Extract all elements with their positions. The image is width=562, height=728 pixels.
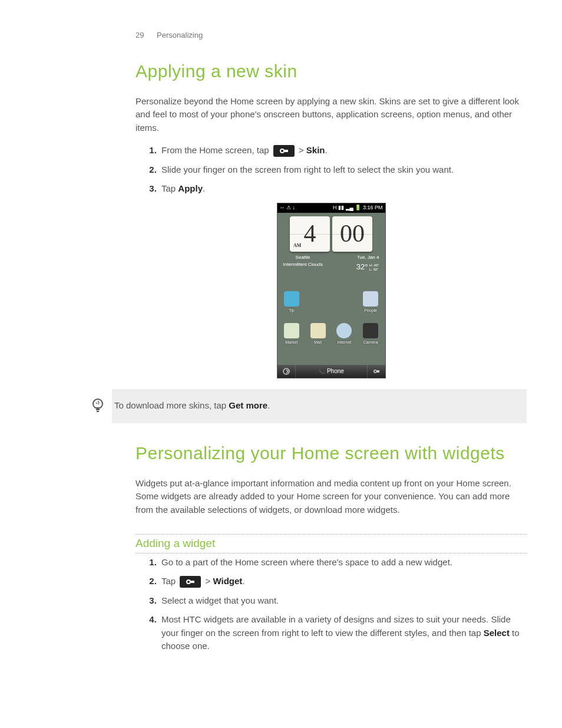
svg-rect-5: [377, 370, 379, 373]
intro-paragraph-2: Widgets put at-a-glance important inform…: [135, 477, 527, 517]
lightbulb-icon: [84, 397, 112, 415]
app-people-label: People: [361, 308, 380, 314]
weather-date: Tue, Jan 4: [356, 254, 379, 261]
step-2: Slide your finger on the screen from rig…: [159, 163, 527, 177]
weather-city: Seattle: [283, 254, 323, 261]
weather-temp: 32°: [356, 262, 368, 271]
dock-apps-icon: [277, 365, 296, 378]
widget-step-4: Most HTC widgets are available in a vari…: [159, 613, 527, 653]
phone-frame: ↔ ⚠ ↓ H ▮▮ ▂▄ 🔋 3:16 PM 4AM 00 Seattle I…: [277, 203, 386, 378]
step3-pre: Tap: [161, 183, 178, 193]
intro-paragraph-1: Personalize beyond the Home screen by ap…: [135, 95, 527, 135]
tip-text: To download more skins, tap Get more.: [112, 399, 270, 413]
step-1: From the Home screen, tap > Skin.: [159, 144, 527, 157]
phone-dock: 📞 Phone: [277, 365, 385, 378]
heading-applying-skin: Applying a new skin: [135, 58, 527, 84]
weather-hi: H: 40°: [369, 263, 379, 267]
app-market: Market: [282, 323, 301, 346]
flip-clock: 4AM 00: [281, 216, 382, 252]
subheading-adding-widget: Adding a widget: [135, 534, 527, 554]
step3-post: .: [203, 183, 205, 193]
dock-phone-button: 📞 Phone: [296, 367, 367, 375]
weather-row: Seattle Intermittent Clouds Tue, Jan 4 3…: [281, 252, 382, 273]
ws4-target: Select: [484, 628, 510, 638]
widget-step-1: Go to a part of the Home screen where th…: [159, 556, 527, 569]
weather-hilo: H: 40° L: 32°: [369, 263, 379, 272]
page-header: 29 Personalizing: [135, 29, 527, 41]
ws4-pre: Most HTC widgets are available in a vari…: [161, 614, 511, 638]
steps-list-2: Go to a part of the Home screen where th…: [147, 556, 527, 653]
clock-minutes: 00: [332, 216, 372, 252]
tip-callout: To download more skins, tap Get more.: [112, 389, 527, 423]
status-left: ↔ ⚠ ↓: [280, 204, 296, 212]
app-row-2: Market Mail Internet Camera: [277, 317, 385, 348]
heading-widgets: Personalizing your Home screen with widg…: [135, 440, 527, 466]
weather-left: Seattle Intermittent Clouds: [283, 254, 323, 273]
dock-personalize-icon: [367, 365, 385, 378]
step-3: Tap Apply.: [159, 182, 527, 196]
step3-target: Apply: [178, 183, 203, 193]
app-people: People: [361, 291, 380, 314]
app-camera-label: Camera: [361, 340, 380, 346]
status-right: H ▮▮ ▂▄ 🔋 3:16 PM: [333, 204, 382, 212]
steps-list-1: From the Home screen, tap > Skin. Slide …: [147, 144, 527, 196]
tip-bold: Get more: [229, 400, 267, 410]
app-mail-label: Mail: [309, 340, 328, 346]
ws2-sep: >: [203, 576, 213, 586]
widget-step-3: Select a widget that you want.: [159, 594, 527, 608]
svg-point-1: [281, 150, 283, 152]
app-internet: Internet: [335, 323, 353, 346]
app-tip: Tip: [282, 291, 301, 314]
step1-text-pre: From the Home screen, tap: [161, 145, 272, 155]
svg-point-8: [187, 581, 190, 583]
weather-cond: Intermittent Clouds: [283, 261, 323, 268]
svg-point-6: [93, 399, 103, 409]
weather-temp-line: 32° H: 40° L: 32°: [356, 261, 379, 273]
app-row-1: Tip People: [277, 285, 385, 317]
ws2-target: Widget: [213, 576, 242, 586]
app-internet-label: Internet: [335, 340, 353, 346]
page-number: 29: [135, 31, 144, 39]
manual-page: 29 Personalizing Applying a new skin Per…: [0, 0, 562, 689]
clock-ampm: AM: [293, 242, 301, 249]
clock-hours: 4AM: [290, 216, 330, 252]
weather-lo: L: 32°: [369, 268, 379, 271]
weather-right: Tue, Jan 4 32° H: 40° L: 32°: [356, 254, 379, 273]
personalize-icon: [273, 145, 295, 157]
step1-sep: >: [296, 145, 306, 155]
clock-widget: 4AM 00 Seattle Intermittent Clouds Tue, …: [281, 216, 382, 281]
step1-post: .: [325, 145, 328, 155]
section-name: Personalizing: [157, 31, 203, 39]
app-tip-label: Tip: [282, 308, 301, 314]
tip-post: .: [267, 400, 270, 410]
step1-target: Skin: [306, 145, 325, 155]
app-camera: Camera: [361, 323, 380, 346]
ws2-pre: Tap: [161, 576, 178, 586]
app-mail: Mail: [309, 323, 328, 346]
status-bar: ↔ ⚠ ↓ H ▮▮ ▂▄ 🔋 3:16 PM: [277, 203, 385, 213]
phone-screenshot: ↔ ⚠ ↓ H ▮▮ ▂▄ 🔋 3:16 PM 4AM 00 Seattle I…: [135, 203, 527, 378]
personalize-icon: [180, 576, 201, 588]
app-market-label: Market: [282, 340, 301, 346]
clock-h-val: 4: [304, 215, 316, 252]
ws2-post: .: [242, 576, 244, 586]
svg-point-4: [374, 370, 376, 372]
widget-step-2: Tap > Widget.: [159, 575, 527, 588]
tip-pre: To download more skins, tap: [114, 400, 229, 410]
